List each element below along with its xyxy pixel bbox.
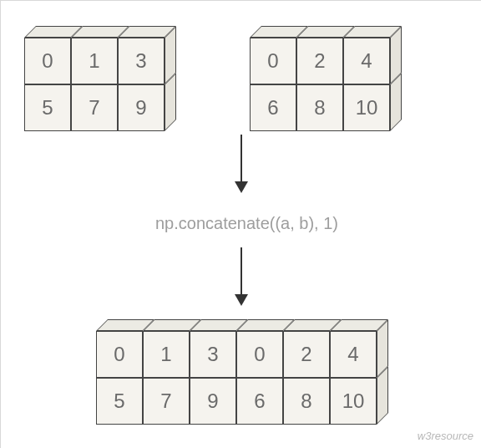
cell-value: 7 bbox=[71, 84, 118, 131]
cell-value: 1 bbox=[143, 331, 190, 378]
cell-value: 0 bbox=[24, 38, 71, 84]
cell-value: 8 bbox=[283, 378, 330, 425]
array-cell: 8 bbox=[283, 378, 330, 425]
cell-value: 5 bbox=[24, 84, 71, 131]
array-cell: 1 bbox=[71, 38, 118, 84]
cell-value: 2 bbox=[283, 331, 330, 378]
array-cell: 4 bbox=[330, 331, 377, 378]
array-cell: 6 bbox=[250, 84, 296, 131]
operation-label: np.concatenate((a, b), 1) bbox=[155, 214, 338, 233]
array-cell: 7 bbox=[143, 378, 190, 425]
cell-value: 4 bbox=[330, 331, 377, 378]
array-result: 0517390628410 bbox=[96, 331, 377, 425]
array-cell: 0 bbox=[250, 38, 296, 84]
array-cell: 2 bbox=[296, 38, 343, 84]
array-cell: 1 bbox=[143, 331, 190, 378]
array-cell: 5 bbox=[96, 378, 143, 425]
array-cell: 0 bbox=[24, 38, 71, 84]
arrow-down-icon bbox=[240, 135, 242, 191]
diagram-canvas: 051739 0628410 np.concatenate((a, b), 1)… bbox=[0, 0, 481, 448]
cell-value: 0 bbox=[236, 331, 283, 378]
array-cell: 9 bbox=[118, 84, 165, 131]
array-cell: 4 bbox=[343, 38, 390, 84]
array-cell: 3 bbox=[118, 38, 165, 84]
cell-value: 0 bbox=[96, 331, 143, 378]
cell-value: 6 bbox=[250, 84, 296, 131]
cell-value: 7 bbox=[143, 378, 190, 425]
arrow-down-icon bbox=[240, 247, 242, 304]
array-cell: 8 bbox=[296, 84, 343, 131]
array-cell: 5 bbox=[24, 84, 71, 131]
cell-value: 10 bbox=[343, 84, 390, 131]
array-cell: 10 bbox=[330, 378, 377, 425]
array-cell: 10 bbox=[343, 84, 390, 131]
watermark: w3resource bbox=[418, 430, 473, 442]
cell-value: 10 bbox=[330, 378, 377, 425]
cell-value: 8 bbox=[296, 84, 343, 131]
cell-value: 9 bbox=[190, 378, 236, 425]
array-cell: 3 bbox=[190, 331, 236, 378]
cell-value: 3 bbox=[190, 331, 236, 378]
array-cell: 7 bbox=[71, 84, 118, 131]
cell-value: 6 bbox=[236, 378, 283, 425]
cell-value: 2 bbox=[296, 38, 343, 84]
array-a: 051739 bbox=[24, 38, 165, 131]
cell-value: 3 bbox=[118, 38, 165, 84]
cell-value: 4 bbox=[343, 38, 390, 84]
array-cell: 9 bbox=[190, 378, 236, 425]
array-cell: 2 bbox=[283, 331, 330, 378]
cell-value: 0 bbox=[250, 38, 296, 84]
cell-value: 5 bbox=[96, 378, 143, 425]
array-cell: 0 bbox=[236, 331, 283, 378]
cell-value: 9 bbox=[118, 84, 165, 131]
array-cell: 6 bbox=[236, 378, 283, 425]
array-cell: 0 bbox=[96, 331, 143, 378]
array-b: 0628410 bbox=[250, 38, 390, 131]
cell-value: 1 bbox=[71, 38, 118, 84]
